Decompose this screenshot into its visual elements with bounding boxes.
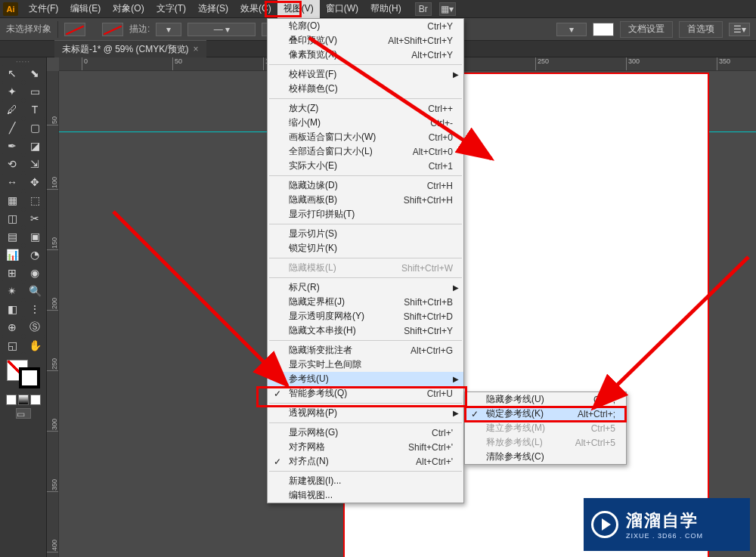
menu-select[interactable]: 选择(S) <box>192 0 234 18</box>
menu-item[interactable]: 标尺(R)▶ <box>268 280 463 295</box>
menu-item[interactable]: 隐藏边缘(D)Ctrl+H <box>268 178 463 193</box>
menu-item[interactable]: 叠印预览(V)Alt+Shift+Ctrl+Y <box>268 33 463 48</box>
menu-item[interactable]: 显示透明度网格(Y)Shift+Ctrl+D <box>268 309 463 323</box>
tool-button-19[interactable]: ▣ <box>24 228 45 245</box>
menu-item[interactable]: 缩小(M)Ctrl+- <box>268 116 463 130</box>
tool-button-22[interactable]: ⊞ <box>2 265 23 281</box>
vertical-ruler[interactable]: 50100150200250300350400 <box>47 71 59 557</box>
fill-stroke-indicator[interactable] <box>7 360 40 388</box>
tool-button-23[interactable]: ◉ <box>24 265 45 281</box>
stroke-weight[interactable]: ▾ <box>156 23 181 36</box>
tool-button-13[interactable]: ✥ <box>24 174 45 190</box>
tool-button-26[interactable]: ◧ <box>2 301 23 317</box>
menu-item-label: 隐藏参考线(U) <box>486 393 544 406</box>
menu-item[interactable]: 编辑视图... <box>268 488 463 503</box>
menu-help[interactable]: 帮助(H) <box>364 0 407 18</box>
menu-item[interactable]: ✓对齐点(N)Alt+Ctrl+' <box>268 454 463 469</box>
menu-item[interactable]: 参考线(U)▶ <box>268 372 463 386</box>
menu-item[interactable]: 隐藏文本串接(H)Shift+Ctrl+Y <box>268 323 463 338</box>
menu-item[interactable]: 放大(Z)Ctrl++ <box>268 101 463 116</box>
arrange-docs-icon[interactable]: ▦▾ <box>439 2 456 16</box>
color-mode-solid[interactable] <box>6 395 17 405</box>
menu-type[interactable]: 文字(T) <box>150 0 192 18</box>
menu-item[interactable]: ✓智能参考线(Q)Ctrl+U <box>268 386 463 401</box>
panel-grip-icon[interactable]: ∙∙∙∙∙ <box>0 57 46 63</box>
opacity-dd[interactable]: ▾ <box>556 23 587 36</box>
tool-button-11[interactable]: ⇲ <box>24 156 45 172</box>
menu-item[interactable]: 锁定切片(K) <box>268 241 463 255</box>
menu-item[interactable]: 校样颜色(C) <box>268 82 463 96</box>
menu-item[interactable]: 显示实时上色间隙 <box>268 357 463 372</box>
menu-item-shortcut: Alt+Ctrl+G <box>395 345 453 356</box>
menu-view[interactable]: 视图(V) <box>277 0 320 18</box>
tool-button-15[interactable]: ⬚ <box>24 192 45 209</box>
menu-item[interactable]: 显示打印拼贴(T) <box>268 207 463 221</box>
align-icon[interactable]: ☰▾ <box>729 23 750 36</box>
doc-setup-button[interactable]: 文档设置 <box>620 21 673 38</box>
tool-button-1[interactable]: ⬊ <box>24 65 45 82</box>
menu-item[interactable]: 显示网格(G)Ctrl+' <box>268 425 463 440</box>
screen-mode[interactable]: ▭ <box>16 408 31 419</box>
menu-item-label: 释放参考线(L) <box>486 436 543 449</box>
menu-item[interactable]: 隐藏画板(B)Shift+Ctrl+H <box>268 193 463 207</box>
style-swatch[interactable] <box>593 23 614 36</box>
menu-item[interactable]: 隐藏渐变批注者Alt+Ctrl+G <box>268 343 463 357</box>
tool-button-12[interactable]: ↔ <box>2 174 23 190</box>
close-tab-icon[interactable]: × <box>194 44 199 54</box>
color-mode-none[interactable] <box>30 395 41 405</box>
tool-button-9[interactable]: ◪ <box>24 138 45 154</box>
tool-button-3[interactable]: ▭ <box>24 83 45 100</box>
menu-edit[interactable]: 编辑(E) <box>64 0 107 18</box>
menu-item[interactable]: 隐藏定界框(J)Shift+Ctrl+B <box>268 295 463 309</box>
menu-window[interactable]: 窗口(W) <box>320 0 364 18</box>
tool-button-27[interactable]: ⋮ <box>24 301 45 317</box>
menu-item[interactable]: 画板适合窗口大小(W)Ctrl+0 <box>268 130 463 144</box>
stroke-profile[interactable]: — ▾ <box>187 23 256 36</box>
bridge-icon[interactable]: Br <box>415 2 432 16</box>
menu-item[interactable]: 显示切片(S) <box>268 227 463 241</box>
tool-button-20[interactable]: 📊 <box>2 246 23 263</box>
tool-button-10[interactable]: ⟲ <box>2 156 23 172</box>
color-mode-gradient[interactable] <box>18 395 29 405</box>
menu-item[interactable]: ✓锁定参考线(K)Alt+Ctrl+; <box>465 407 626 421</box>
tool-button-0[interactable]: ↖ <box>2 65 23 82</box>
stroke-box[interactable] <box>19 367 40 388</box>
tool-button-16[interactable]: ◫ <box>2 210 23 227</box>
tool-button-29[interactable]: Ⓢ <box>24 319 45 336</box>
stroke-swatch[interactable] <box>102 23 123 36</box>
document-tab[interactable]: 未标题-1* @ 59% (CMYK/预览) × <box>54 40 206 58</box>
menu-item[interactable]: 隐藏参考线(U)Ctrl+; <box>465 392 626 407</box>
tool-button-18[interactable]: ▤ <box>2 228 23 245</box>
tool-button-31[interactable]: ✋ <box>24 337 45 354</box>
menu-item[interactable]: 新建视图(I)... <box>268 474 463 488</box>
menu-bar: Ai 文件(F) 编辑(E) 对象(O) 文字(T) 选择(S) 效果(C) 视… <box>0 0 756 18</box>
menu-item[interactable]: 清除参考线(C) <box>465 450 626 464</box>
prefs-button[interactable]: 首选项 <box>679 21 723 38</box>
menu-item[interactable]: 全部适合窗口大小(L)Alt+Ctrl+0 <box>268 144 463 159</box>
tool-button-28[interactable]: ⊕ <box>2 319 23 336</box>
menu-item[interactable]: 校样设置(F)▶ <box>268 67 463 82</box>
tool-button-21[interactable]: ◔ <box>24 246 45 263</box>
tool-button-4[interactable]: 🖊 <box>2 101 23 118</box>
tool-button-25[interactable]: 🔍 <box>24 283 45 299</box>
menu-item[interactable]: 透视网格(P)▶ <box>268 406 463 420</box>
tool-button-8[interactable]: ✒ <box>2 138 23 154</box>
tool-button-2[interactable]: ✦ <box>2 83 23 100</box>
menu-item[interactable]: 实际大小(E)Ctrl+1 <box>268 159 463 173</box>
tool-button-5[interactable]: T <box>24 101 45 118</box>
tool-button-30[interactable]: ◱ <box>2 337 23 354</box>
menu-item[interactable]: 轮廓(O)Ctrl+Y <box>268 19 463 33</box>
menu-item[interactable]: 像素预览(X)Alt+Ctrl+Y <box>268 48 463 62</box>
menu-item-label: 锁定切片(K) <box>289 242 337 255</box>
fill-swatch[interactable] <box>64 23 85 36</box>
tool-button-24[interactable]: ✴ <box>2 283 23 299</box>
tool-button-7[interactable]: ▢ <box>24 119 45 136</box>
menu-file[interactable]: 文件(F) <box>23 0 64 18</box>
menu-object[interactable]: 对象(O) <box>107 0 150 18</box>
menu-effect[interactable]: 效果(C) <box>234 0 277 18</box>
tool-button-14[interactable]: ▦ <box>2 192 23 209</box>
tool-button-17[interactable]: ✂ <box>24 210 45 227</box>
menu-item[interactable]: 对齐网格Shift+Ctrl+' <box>268 440 463 454</box>
tool-button-6[interactable]: ╱ <box>2 119 23 136</box>
app-logo: Ai <box>3 2 18 16</box>
